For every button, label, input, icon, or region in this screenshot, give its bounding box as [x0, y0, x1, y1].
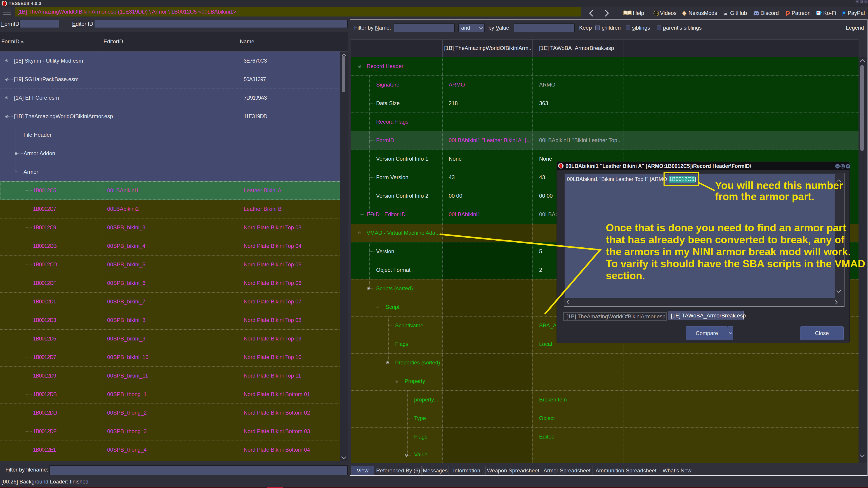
svg-text:GP: GP: [654, 12, 658, 15]
